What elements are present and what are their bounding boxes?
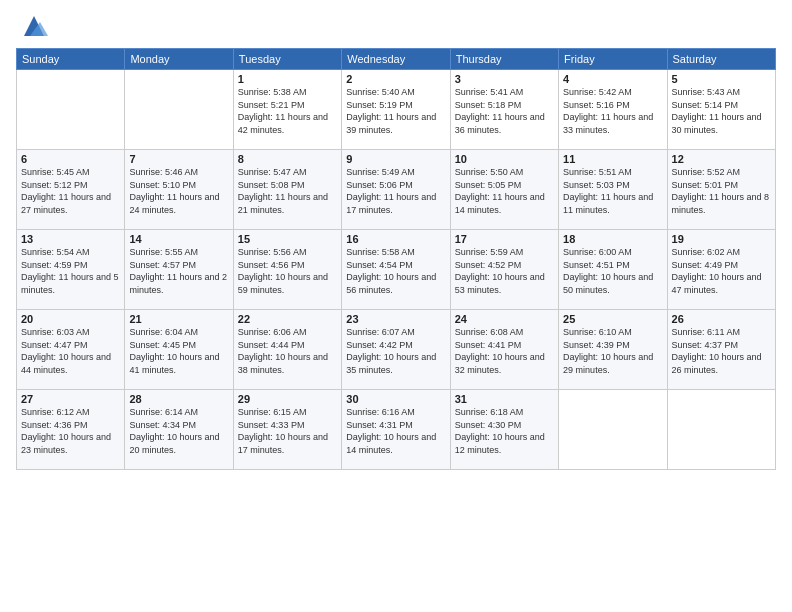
calendar-cell: 15Sunrise: 5:56 AM Sunset: 4:56 PM Dayli… <box>233 230 341 310</box>
calendar-cell: 20Sunrise: 6:03 AM Sunset: 4:47 PM Dayli… <box>17 310 125 390</box>
weekday-header-monday: Monday <box>125 49 233 70</box>
calendar-cell: 6Sunrise: 5:45 AM Sunset: 5:12 PM Daylig… <box>17 150 125 230</box>
page: SundayMondayTuesdayWednesdayThursdayFrid… <box>0 0 792 612</box>
day-number: 7 <box>129 153 228 165</box>
day-number: 20 <box>21 313 120 325</box>
calendar-cell: 25Sunrise: 6:10 AM Sunset: 4:39 PM Dayli… <box>559 310 667 390</box>
calendar-cell: 1Sunrise: 5:38 AM Sunset: 5:21 PM Daylig… <box>233 70 341 150</box>
day-number: 16 <box>346 233 445 245</box>
day-info: Sunrise: 5:55 AM Sunset: 4:57 PM Dayligh… <box>129 246 228 296</box>
day-number: 4 <box>563 73 662 85</box>
week-row-1: 1Sunrise: 5:38 AM Sunset: 5:21 PM Daylig… <box>17 70 776 150</box>
calendar-cell: 5Sunrise: 5:43 AM Sunset: 5:14 PM Daylig… <box>667 70 775 150</box>
day-info: Sunrise: 5:51 AM Sunset: 5:03 PM Dayligh… <box>563 166 662 216</box>
week-row-5: 27Sunrise: 6:12 AM Sunset: 4:36 PM Dayli… <box>17 390 776 470</box>
day-number: 28 <box>129 393 228 405</box>
weekday-header-saturday: Saturday <box>667 49 775 70</box>
day-number: 11 <box>563 153 662 165</box>
day-info: Sunrise: 6:06 AM Sunset: 4:44 PM Dayligh… <box>238 326 337 376</box>
calendar-cell: 3Sunrise: 5:41 AM Sunset: 5:18 PM Daylig… <box>450 70 558 150</box>
calendar-cell: 10Sunrise: 5:50 AM Sunset: 5:05 PM Dayli… <box>450 150 558 230</box>
weekday-header-sunday: Sunday <box>17 49 125 70</box>
day-info: Sunrise: 5:38 AM Sunset: 5:21 PM Dayligh… <box>238 86 337 136</box>
day-number: 15 <box>238 233 337 245</box>
day-info: Sunrise: 5:41 AM Sunset: 5:18 PM Dayligh… <box>455 86 554 136</box>
weekday-header-row: SundayMondayTuesdayWednesdayThursdayFrid… <box>17 49 776 70</box>
day-info: Sunrise: 5:50 AM Sunset: 5:05 PM Dayligh… <box>455 166 554 216</box>
calendar-cell: 11Sunrise: 5:51 AM Sunset: 5:03 PM Dayli… <box>559 150 667 230</box>
day-number: 23 <box>346 313 445 325</box>
day-number: 24 <box>455 313 554 325</box>
day-number: 3 <box>455 73 554 85</box>
calendar-cell: 16Sunrise: 5:58 AM Sunset: 4:54 PM Dayli… <box>342 230 450 310</box>
day-info: Sunrise: 6:11 AM Sunset: 4:37 PM Dayligh… <box>672 326 771 376</box>
day-info: Sunrise: 5:58 AM Sunset: 4:54 PM Dayligh… <box>346 246 445 296</box>
day-info: Sunrise: 5:40 AM Sunset: 5:19 PM Dayligh… <box>346 86 445 136</box>
calendar-cell: 2Sunrise: 5:40 AM Sunset: 5:19 PM Daylig… <box>342 70 450 150</box>
day-info: Sunrise: 5:49 AM Sunset: 5:06 PM Dayligh… <box>346 166 445 216</box>
calendar-cell <box>667 390 775 470</box>
day-number: 5 <box>672 73 771 85</box>
day-number: 10 <box>455 153 554 165</box>
calendar-cell: 27Sunrise: 6:12 AM Sunset: 4:36 PM Dayli… <box>17 390 125 470</box>
calendar-cell: 13Sunrise: 5:54 AM Sunset: 4:59 PM Dayli… <box>17 230 125 310</box>
day-info: Sunrise: 6:15 AM Sunset: 4:33 PM Dayligh… <box>238 406 337 456</box>
day-number: 13 <box>21 233 120 245</box>
day-number: 12 <box>672 153 771 165</box>
calendar-cell: 24Sunrise: 6:08 AM Sunset: 4:41 PM Dayli… <box>450 310 558 390</box>
day-number: 25 <box>563 313 662 325</box>
day-info: Sunrise: 5:46 AM Sunset: 5:10 PM Dayligh… <box>129 166 228 216</box>
day-number: 17 <box>455 233 554 245</box>
day-info: Sunrise: 6:16 AM Sunset: 4:31 PM Dayligh… <box>346 406 445 456</box>
week-row-2: 6Sunrise: 5:45 AM Sunset: 5:12 PM Daylig… <box>17 150 776 230</box>
day-number: 21 <box>129 313 228 325</box>
calendar-cell <box>17 70 125 150</box>
weekday-header-thursday: Thursday <box>450 49 558 70</box>
logo <box>16 12 48 40</box>
day-info: Sunrise: 6:18 AM Sunset: 4:30 PM Dayligh… <box>455 406 554 456</box>
day-number: 1 <box>238 73 337 85</box>
day-info: Sunrise: 5:56 AM Sunset: 4:56 PM Dayligh… <box>238 246 337 296</box>
day-info: Sunrise: 6:00 AM Sunset: 4:51 PM Dayligh… <box>563 246 662 296</box>
calendar-cell: 17Sunrise: 5:59 AM Sunset: 4:52 PM Dayli… <box>450 230 558 310</box>
calendar-cell: 30Sunrise: 6:16 AM Sunset: 4:31 PM Dayli… <box>342 390 450 470</box>
day-info: Sunrise: 6:14 AM Sunset: 4:34 PM Dayligh… <box>129 406 228 456</box>
header <box>16 12 776 40</box>
calendar-cell: 12Sunrise: 5:52 AM Sunset: 5:01 PM Dayli… <box>667 150 775 230</box>
day-number: 29 <box>238 393 337 405</box>
day-info: Sunrise: 5:59 AM Sunset: 4:52 PM Dayligh… <box>455 246 554 296</box>
week-row-4: 20Sunrise: 6:03 AM Sunset: 4:47 PM Dayli… <box>17 310 776 390</box>
day-info: Sunrise: 5:42 AM Sunset: 5:16 PM Dayligh… <box>563 86 662 136</box>
weekday-header-tuesday: Tuesday <box>233 49 341 70</box>
calendar-cell: 21Sunrise: 6:04 AM Sunset: 4:45 PM Dayli… <box>125 310 233 390</box>
day-number: 30 <box>346 393 445 405</box>
day-info: Sunrise: 6:07 AM Sunset: 4:42 PM Dayligh… <box>346 326 445 376</box>
day-number: 18 <box>563 233 662 245</box>
calendar-cell: 9Sunrise: 5:49 AM Sunset: 5:06 PM Daylig… <box>342 150 450 230</box>
day-number: 9 <box>346 153 445 165</box>
day-number: 2 <box>346 73 445 85</box>
day-info: Sunrise: 6:08 AM Sunset: 4:41 PM Dayligh… <box>455 326 554 376</box>
week-row-3: 13Sunrise: 5:54 AM Sunset: 4:59 PM Dayli… <box>17 230 776 310</box>
day-info: Sunrise: 5:54 AM Sunset: 4:59 PM Dayligh… <box>21 246 120 296</box>
day-info: Sunrise: 6:10 AM Sunset: 4:39 PM Dayligh… <box>563 326 662 376</box>
calendar-cell: 8Sunrise: 5:47 AM Sunset: 5:08 PM Daylig… <box>233 150 341 230</box>
calendar-cell: 31Sunrise: 6:18 AM Sunset: 4:30 PM Dayli… <box>450 390 558 470</box>
day-number: 6 <box>21 153 120 165</box>
calendar-cell <box>125 70 233 150</box>
day-info: Sunrise: 5:52 AM Sunset: 5:01 PM Dayligh… <box>672 166 771 216</box>
day-number: 19 <box>672 233 771 245</box>
day-info: Sunrise: 6:12 AM Sunset: 4:36 PM Dayligh… <box>21 406 120 456</box>
calendar-cell: 23Sunrise: 6:07 AM Sunset: 4:42 PM Dayli… <box>342 310 450 390</box>
calendar-cell: 14Sunrise: 5:55 AM Sunset: 4:57 PM Dayli… <box>125 230 233 310</box>
weekday-header-friday: Friday <box>559 49 667 70</box>
calendar-cell: 18Sunrise: 6:00 AM Sunset: 4:51 PM Dayli… <box>559 230 667 310</box>
weekday-header-wednesday: Wednesday <box>342 49 450 70</box>
day-info: Sunrise: 5:45 AM Sunset: 5:12 PM Dayligh… <box>21 166 120 216</box>
calendar-cell: 28Sunrise: 6:14 AM Sunset: 4:34 PM Dayli… <box>125 390 233 470</box>
day-number: 14 <box>129 233 228 245</box>
day-number: 27 <box>21 393 120 405</box>
day-info: Sunrise: 6:03 AM Sunset: 4:47 PM Dayligh… <box>21 326 120 376</box>
day-number: 31 <box>455 393 554 405</box>
calendar-table: SundayMondayTuesdayWednesdayThursdayFrid… <box>16 48 776 470</box>
